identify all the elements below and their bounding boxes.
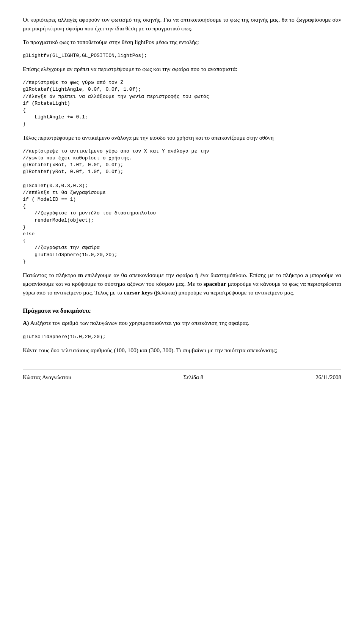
subsection-a: Α) Αυξήστε τον αριθμό των πολυγώνων που … <box>23 318 341 327</box>
footer: Κώστας Αναγνώστου Σελίδα 8 26/11/2008 <box>23 370 341 382</box>
text-after-cursor: (βελάκια) μπορούμε να περιστρέψουμε το α… <box>152 289 294 296</box>
paragraph-ending-2: Πατώντας το πλήκτρο m επιλέγουμε αν θα α… <box>23 271 341 297</box>
footer-date: 26/11/2008 <box>315 373 341 382</box>
code-block-1: glLightfv(GL_LIGHT0,GL_POSITION,lightPos… <box>23 51 341 61</box>
subsection-a-label: Α) <box>23 320 29 326</box>
section-heading: Πράγματα να δοκιμάσετε <box>23 306 341 316</box>
code-block-3: //περίστρεψε το αντικείμενο γύρω απο τον… <box>23 146 341 267</box>
page-content: Οι κυριότερες αλλαγές αφορούν τον φωτισμ… <box>23 15 341 382</box>
paragraph-middle: Επίσης ελέγχουμε αν πρέπει να περιστρέψο… <box>23 65 341 73</box>
paragraph-ending-1: Τέλος περιστρέφουμε το αντικείμενο ανάλο… <box>23 133 341 142</box>
key-spacebar: spacebar <box>204 280 226 287</box>
text-after-m: επιλέγουμε αν θα απεικονίσουμε την σφαίρ… <box>83 272 305 278</box>
paragraph-1: Οι κυριότερες αλλαγές αφορούν τον φωτισμ… <box>23 15 341 33</box>
key-cursor: cursor keys <box>124 289 152 296</box>
paragraph-2: Το πραγματικό φως το τοποθετούμε στην θέ… <box>23 38 341 46</box>
final-paragraph: Κάντε τους δυο τελευτάιους αριθμούς (100… <box>23 346 341 354</box>
code-block-2: //περίστρεψε το φως γύρω από τον Z glRot… <box>23 78 341 129</box>
footer-author: Κώστας Αναγνώστου <box>23 373 71 382</box>
subsection-a-text: Αυξήστε τον αριθμό των πολυγώνων που χρη… <box>29 320 249 326</box>
code-block-4: glutSolidSphere(15.0,20,20); <box>23 332 341 342</box>
text-before-m: Πατώντας το πλήκτρο <box>23 272 78 278</box>
footer-page: Σελίδα 8 <box>184 373 204 382</box>
key-m: m <box>78 272 83 278</box>
